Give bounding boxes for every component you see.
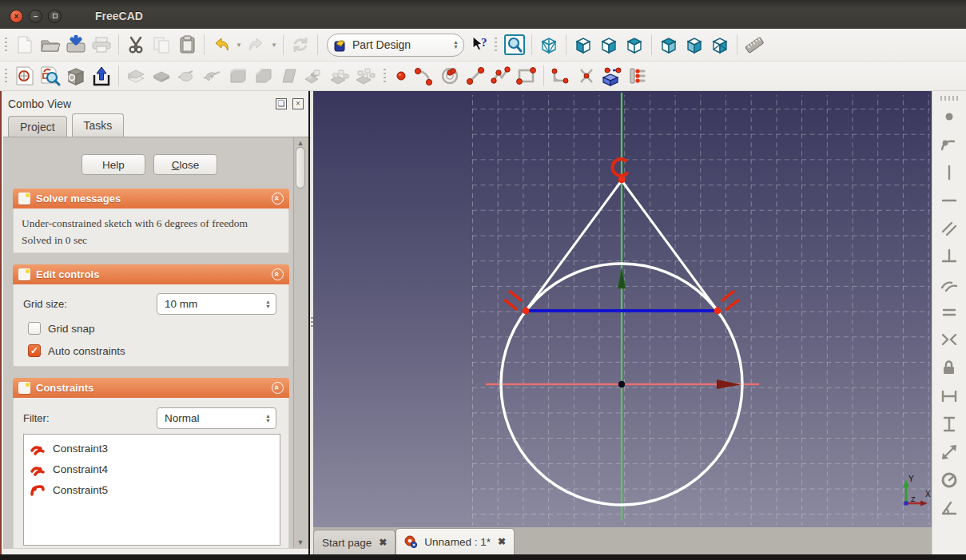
- solver-messages-header[interactable]: Solver messages «: [13, 189, 289, 209]
- list-item-constraint3[interactable]: Constraint3: [24, 438, 280, 459]
- measure-distance-icon[interactable]: [741, 33, 767, 57]
- edit-controls-header[interactable]: Edit controls «: [13, 264, 289, 284]
- tasks-scrollbar[interactable]: ▲ ▼: [293, 137, 307, 548]
- undo-icon[interactable]: [209, 33, 234, 57]
- tab-unnamed-document[interactable]: Unnamed : 1* ✖: [396, 528, 515, 554]
- sketch-rectangle-icon[interactable]: [514, 64, 539, 88]
- constrain-vertical-distance-icon[interactable]: [937, 410, 961, 438]
- constrain-horizontal-distance-icon[interactable]: [937, 382, 961, 410]
- sketch-polyline-icon[interactable]: [488, 64, 514, 88]
- close-button[interactable]: Close: [153, 154, 217, 175]
- save-file-icon[interactable]: [63, 33, 89, 57]
- linear-pattern-icon[interactable]: [328, 64, 353, 88]
- pocket-icon[interactable]: [149, 64, 174, 88]
- construction-mode-icon[interactable]: [625, 64, 650, 88]
- undo-dropdown-caret[interactable]: ▼: [234, 42, 244, 49]
- toolbar-grip[interactable]: [3, 36, 9, 54]
- right-view-icon[interactable]: [596, 33, 622, 57]
- float-panel-icon[interactable]: ❏: [276, 98, 287, 109]
- tab-start-page[interactable]: Start page ✖: [313, 530, 396, 554]
- constrain-point-on-object-icon[interactable]: [937, 130, 961, 158]
- constrain-vertical-icon[interactable]: [937, 158, 961, 186]
- toolbar-grip[interactable]: [3, 67, 9, 85]
- constraint-list[interactable]: Constraint3 Constraint4 Constraint5: [23, 434, 280, 546]
- sketch-circle-icon[interactable]: [437, 64, 463, 88]
- trim-edge-icon[interactable]: [574, 64, 599, 88]
- list-item-constraint4[interactable]: Constraint4: [24, 459, 280, 479]
- constrain-perpendicular-icon[interactable]: [937, 242, 961, 270]
- rear-view-icon[interactable]: [656, 33, 682, 57]
- toolbar-grip[interactable]: [940, 96, 958, 101]
- new-file-icon[interactable]: [12, 33, 38, 57]
- scroll-up-arrow[interactable]: ▲: [294, 139, 307, 147]
- axonometric-view-icon[interactable]: [536, 33, 562, 57]
- scrollbar-thumb[interactable]: [296, 147, 305, 189]
- constrain-radius-icon[interactable]: [937, 466, 961, 494]
- draft-icon[interactable]: [276, 64, 302, 88]
- tab-project[interactable]: Project: [8, 116, 67, 137]
- front-view-icon[interactable]: [570, 33, 596, 57]
- constrain-parallel-icon[interactable]: [937, 214, 961, 242]
- print-icon[interactable]: [89, 33, 114, 57]
- polar-pattern-icon[interactable]: [353, 64, 379, 88]
- constrain-horizontal-icon[interactable]: [937, 186, 961, 214]
- window-close-button[interactable]: ×: [10, 10, 23, 23]
- sketch-fillet-icon[interactable]: [548, 64, 574, 88]
- copy-icon[interactable]: [149, 33, 174, 57]
- redo-icon[interactable]: [244, 33, 269, 57]
- chamfer-icon[interactable]: [251, 64, 276, 88]
- left-view-icon[interactable]: [682, 33, 707, 57]
- leave-sketch-icon[interactable]: [89, 64, 114, 88]
- redo-dropdown-caret[interactable]: ▼: [269, 42, 279, 49]
- collapse-section-icon[interactable]: «: [272, 382, 284, 394]
- mirrored-icon[interactable]: [302, 64, 328, 88]
- grid-snap-checkbox[interactable]: [28, 322, 41, 335]
- new-sketch-icon[interactable]: [12, 64, 38, 88]
- window-maximize-button[interactable]: [48, 10, 62, 23]
- toolbar-grip[interactable]: [382, 67, 388, 85]
- constraint-filter-combo[interactable]: Normal ▲▼: [157, 407, 276, 429]
- pad-icon[interactable]: [123, 64, 149, 88]
- scroll-down-arrow[interactable]: ▼: [294, 538, 307, 546]
- constrain-distance-icon[interactable]: [937, 438, 961, 466]
- external-geometry-icon[interactable]: [599, 64, 625, 88]
- revolution-icon[interactable]: [174, 64, 200, 88]
- fillet-icon[interactable]: [225, 64, 251, 88]
- constrain-lock-icon[interactable]: [937, 354, 961, 382]
- constrain-coincident-icon[interactable]: [937, 102, 961, 130]
- window-minimize-button[interactable]: –: [29, 10, 42, 23]
- tab-close-icon[interactable]: ✖: [498, 536, 506, 547]
- collapse-section-icon[interactable]: «: [272, 268, 284, 280]
- constrain-tangent-icon[interactable]: [937, 270, 961, 298]
- edit-sketch-icon[interactable]: [38, 64, 63, 88]
- paste-icon[interactable]: [174, 33, 200, 57]
- constrain-equal-icon[interactable]: [937, 298, 961, 326]
- auto-constraints-checkbox[interactable]: ✓: [28, 344, 41, 357]
- grid-size-spinbox[interactable]: 10 mm ▲▼: [157, 293, 276, 315]
- whats-this-icon[interactable]: ?: [469, 33, 490, 57]
- sketch-arc-icon[interactable]: [411, 64, 437, 88]
- constrain-symmetric-icon[interactable]: [937, 326, 961, 354]
- open-file-icon[interactable]: [38, 33, 63, 57]
- 3d-viewport[interactable]: Y Z X: [313, 91, 932, 527]
- top-view-icon[interactable]: [622, 33, 647, 57]
- cut-icon[interactable]: [123, 33, 149, 57]
- bottom-view-icon[interactable]: [707, 33, 733, 57]
- map-sketch-icon[interactable]: [63, 64, 89, 88]
- help-button[interactable]: Help: [81, 154, 145, 175]
- constrain-angle-icon[interactable]: [937, 494, 961, 522]
- list-item-constraint5[interactable]: Constraint5: [24, 479, 280, 500]
- tab-close-icon[interactable]: ✖: [379, 537, 387, 548]
- constraints-body: Filter: Normal ▲▼ Constraint3 Constraint…: [13, 398, 289, 549]
- close-panel-icon[interactable]: ×: [292, 98, 304, 109]
- tab-tasks[interactable]: Tasks: [72, 113, 125, 137]
- workbench-selector[interactable]: Part Design ▲▼: [327, 34, 464, 57]
- groove-icon[interactable]: [200, 64, 225, 88]
- toolbar-grip[interactable]: [493, 36, 499, 54]
- collapse-section-icon[interactable]: «: [272, 193, 284, 205]
- sketch-point-icon[interactable]: [391, 64, 411, 88]
- fit-all-icon[interactable]: [502, 33, 527, 57]
- refresh-icon[interactable]: [288, 33, 313, 57]
- sketch-line-icon[interactable]: [463, 64, 488, 88]
- constraints-header[interactable]: Constraints «: [13, 378, 289, 398]
